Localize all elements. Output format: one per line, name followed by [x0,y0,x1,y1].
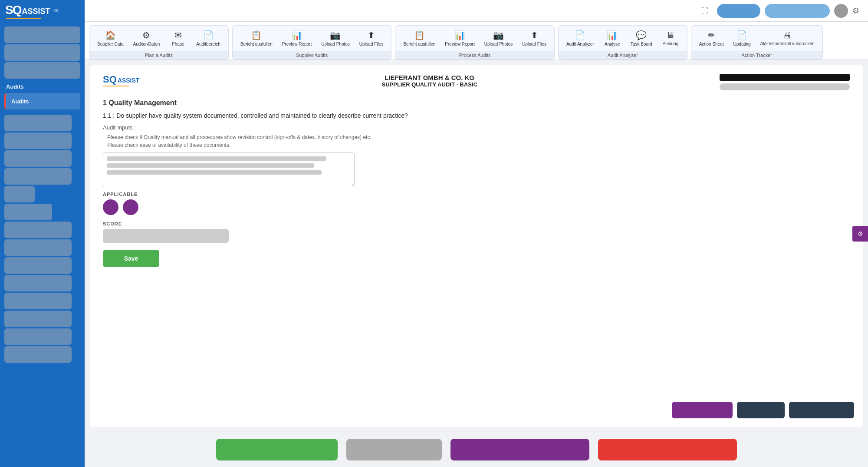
audit-doc-icon: 📄 [575,30,585,40]
sidebar-sub-3[interactable] [4,150,72,167]
nav-upload-photos[interactable]: 📷 Upload Photos [317,27,354,50]
sidebar-item-3[interactable] [4,62,80,79]
nav-process-bericht[interactable]: 📋 Bericht ausfullen [399,27,440,50]
sidebar-sub-5[interactable] [4,186,35,202]
nav-label-task-board: Task Board [631,42,652,47]
sidebar-sub-13[interactable] [4,328,72,345]
topbar-btn2[interactable] [765,4,830,18]
nav-preview-report[interactable]: 📊 Preview Report [278,27,316,50]
sidebar-sub-8[interactable] [4,239,72,256]
score-bar[interactable] [103,229,229,243]
nav-updating[interactable]: 📄 Updating [729,27,755,50]
doc-meta-bar2 [720,83,850,90]
nav-supplier-data[interactable]: 🏠 Supplier Data [93,27,128,50]
nav-label-upload-photos: Upload Photos [321,42,350,47]
bottom-btn-red[interactable] [598,439,737,460]
textarea-line2 [107,163,314,168]
clipboard-icon: 📋 [251,30,262,40]
nav-process-preview[interactable]: 📊 Preview Report [441,27,479,50]
applicable-label: APPLICABLE [103,192,850,197]
sidebar-sub-14[interactable] [4,346,72,363]
doc-company: LIEFERANT GMBH & CO. KG [139,74,720,81]
nav-label-process-bericht: Bericht ausfullen [403,42,435,47]
logo-sq: SQ [5,3,21,17]
resize-handle: ⌟ [351,181,353,186]
nav-action-sheet[interactable]: ✏ Action Sheet [695,27,728,50]
nav-audit-analyzer[interactable]: 📄 Audit Analyzer [562,27,598,50]
chart-icon: 📊 [292,30,302,40]
applicable-circle1[interactable] [103,199,118,215]
nav-auditor-daten[interactable]: ⚙ Auditor-Daten [129,27,164,50]
sidebar-item-1[interactable] [4,26,80,43]
bottom-btn-purple[interactable] [450,439,589,460]
save-button[interactable]: Save [103,250,159,267]
sidebar-sub-12[interactable] [4,311,72,327]
print-icon: 🖨 [783,30,792,40]
nav-label-bericht: Bericht ausfullen [240,42,273,47]
score-label: SCORE [103,221,850,226]
sidebar-sub-4[interactable] [4,168,72,185]
nav-label-process-preview: Preview Report [445,42,474,47]
applicable-circle2[interactable] [123,199,138,215]
camera2-icon: 📷 [493,30,504,40]
sidebar-logo: SQ ASSIST 👁 [0,0,85,22]
nav-group-label-plan: Plan a Audits [89,51,229,60]
fab-button[interactable]: ⚙ [852,226,868,242]
doc-header: SQ ASSIST LIEFERANT GMBH & CO. KG SUPPLI… [103,74,850,90]
audits-label: Audits [0,80,85,92]
nav-label-auditor-daten: Auditor-Daten [133,42,160,47]
avatar[interactable] [834,4,848,18]
nav-group-process-audits: 📋 Bericht ausfullen 📊 Preview Report 📷 U… [395,25,555,60]
nav-analyse[interactable]: 📊 Analyse [599,27,625,50]
doc-icon: 📄 [203,30,214,40]
nav-task-board[interactable]: 💬 Task Board [626,27,657,50]
nav-auditbereich[interactable]: 📄 Auditbereich [192,27,225,50]
audit-inputs-label: Audit Inputs : [103,124,850,131]
sidebar-sub-11[interactable] [4,293,72,309]
nav-label-upload-files: Upload Files [359,42,384,47]
nav-aktionsprotokoll[interactable]: 🖨 Aktionsprotokoll ausdrucken [756,27,819,50]
topbar: ⛶ ⚙ [85,0,868,22]
action-sheet-icon: ✏ [708,30,715,40]
textarea-line3 [107,170,322,175]
taskboard-icon: 💬 [636,30,647,40]
sidebar-sub-2[interactable] [4,132,72,149]
action-btn-dark2[interactable] [789,402,854,418]
settings-icon: ⚙ [142,30,150,40]
audits-item[interactable]: Audits [4,93,80,109]
main-panel: SQ ASSIST LIEFERANT GMBH & CO. KG SUPPLI… [90,65,863,427]
nav-group-supplier-audits: 📋 Bericht ausfullen 📊 Preview Report 📷 U… [232,25,392,60]
nav-tabs-container: 🏠 Supplier Data ⚙ Auditor-Daten ✉ Phase … [85,22,868,60]
nav-planung[interactable]: 🖥 Planung [658,27,684,50]
sidebar: SQ ASSIST 👁 Audits Audits [0,0,85,467]
nav-upload-files[interactable]: ⬆ Upload Files [355,27,388,50]
gear-icon[interactable]: ⚙ [852,6,859,16]
topbar-btn1[interactable] [717,4,760,18]
sidebar-sub-7[interactable] [4,222,72,238]
bottom-btn-gray[interactable] [346,439,442,460]
audit-textarea[interactable]: ⌟ [103,152,355,187]
expand-icon[interactable]: ⛶ [701,7,708,15]
nav-bericht-ausfullen[interactable]: 📋 Bericht ausfullen [236,27,277,50]
sidebar-item-2[interactable] [4,44,80,61]
sidebar-sub-6[interactable] [4,204,52,220]
logo-text: SQ ASSIST [5,3,50,19]
content-area: SQ ASSIST LIEFERANT GMBH & CO. KG SUPPLI… [85,60,868,432]
sidebar-sub-10[interactable] [4,275,72,291]
sidebar-sub-9[interactable] [4,257,72,274]
question-text: 1.1 : Do supplier have quality system do… [103,112,850,119]
audit-hint1: Please check if Quality manual and all p… [103,134,850,140]
action-btn-dark1[interactable] [737,402,785,418]
nav-label-action-sheet: Action Sheet [699,42,724,47]
clipboard2-icon: 📋 [414,30,425,40]
upload2-icon: ⬆ [531,30,538,40]
bottom-btn-green[interactable] [216,439,338,460]
nav-phase[interactable]: ✉ Phase [165,27,191,50]
upload-icon: ⬆ [368,30,375,40]
nav-label-planung: Planung [663,41,679,46]
nav-process-upload-photos[interactable]: 📷 Upload Photos [480,27,517,50]
action-btn-purple[interactable] [672,402,733,418]
nav-process-upload-files[interactable]: ⬆ Upload Files [518,27,551,50]
sidebar-sub-1[interactable] [4,115,72,131]
audit-hint2: Please check ease of availability of the… [103,142,850,148]
